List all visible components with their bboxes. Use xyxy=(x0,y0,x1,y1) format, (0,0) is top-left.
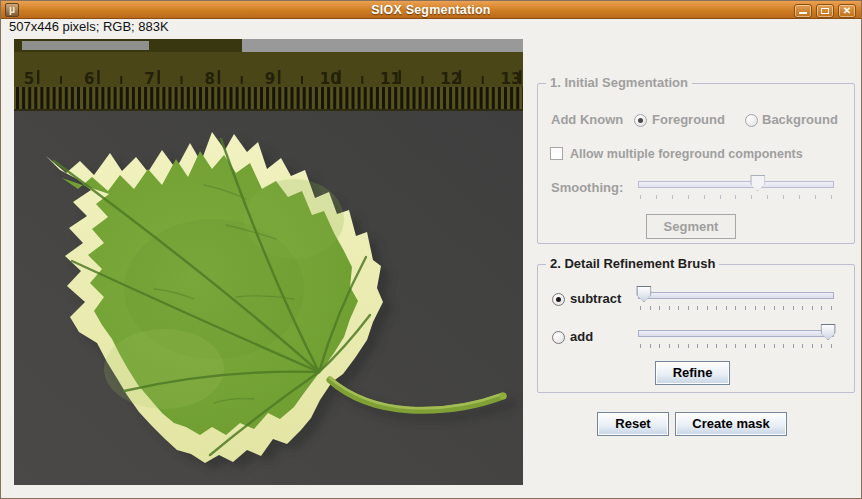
smoothing-slider-track xyxy=(638,181,834,188)
subtract-slider-track xyxy=(638,292,834,299)
smoothing-label: Smoothing: xyxy=(551,181,623,195)
add-radio-label: add xyxy=(570,330,593,344)
group1-title: 1. Initial Segmentation xyxy=(546,75,692,90)
background-radio-label: Background xyxy=(762,113,838,127)
photo-top-strip xyxy=(14,39,523,52)
initial-segmentation-group: 1. Initial Segmentation Add Known Foregr… xyxy=(537,83,855,244)
multiple-foreground-label: Allow multiple foreground components xyxy=(570,147,803,161)
smoothing-slider-ticks xyxy=(640,195,832,200)
foreground-radio[interactable] xyxy=(634,114,647,127)
minimize-icon xyxy=(799,12,807,14)
status-text: 507x446 pixels; RGB; 883K xyxy=(9,19,169,35)
svg-text:13: 13 xyxy=(501,70,522,88)
group2-title: 2. Detail Refinement Brush xyxy=(546,256,719,271)
reset-button[interactable]: Reset xyxy=(597,412,669,436)
subtract-radio-label: subtract xyxy=(570,292,621,306)
multiple-foreground-checkbox[interactable] xyxy=(550,147,563,160)
subtract-radio[interactable] xyxy=(552,293,565,306)
add-known-label: Add Known xyxy=(551,113,623,127)
svg-text:5: 5 xyxy=(24,70,34,88)
svg-text:8: 8 xyxy=(205,70,215,88)
close-button[interactable]: ✕ xyxy=(838,4,856,18)
svg-text:6: 6 xyxy=(84,70,94,88)
segment-button[interactable]: Segment xyxy=(646,214,736,239)
close-icon: ✕ xyxy=(839,5,855,17)
subtract-slider-thumb[interactable] xyxy=(636,286,651,302)
leaf-photo: 5678910111213 xyxy=(14,39,523,485)
add-radio[interactable] xyxy=(552,331,565,344)
subtract-slider-ticks xyxy=(640,306,832,311)
titlebar: μ SIOX Segmentation ✕ xyxy=(1,1,861,19)
svg-text:11: 11 xyxy=(380,70,401,88)
subtract-slider[interactable] xyxy=(638,286,834,314)
maximize-icon xyxy=(821,8,829,14)
add-slider-ticks xyxy=(640,344,832,349)
minimize-button[interactable] xyxy=(794,4,812,18)
add-slider-track xyxy=(638,330,834,337)
ruler: 5678910111213 xyxy=(14,52,523,111)
image-canvas[interactable]: 5678910111213 xyxy=(14,39,523,485)
window-title: SIOX Segmentation xyxy=(1,3,861,17)
svg-text:9: 9 xyxy=(265,70,275,88)
foreground-radio-label: Foreground xyxy=(652,113,725,127)
svg-text:10: 10 xyxy=(320,70,341,88)
siox-segmentation-window: μ SIOX Segmentation ✕ 507x446 pixels; RG… xyxy=(0,0,862,499)
background-radio[interactable] xyxy=(745,114,758,127)
add-slider-thumb[interactable] xyxy=(821,324,836,340)
svg-text:7: 7 xyxy=(144,70,154,88)
smoothing-slider[interactable] xyxy=(638,175,834,203)
add-slider[interactable] xyxy=(638,324,834,352)
refine-button[interactable]: Refine xyxy=(655,361,730,385)
smoothing-slider-thumb[interactable] xyxy=(750,175,765,191)
detail-refinement-group: 2. Detail Refinement Brush subtract add … xyxy=(537,264,855,393)
svg-text:12: 12 xyxy=(440,70,461,88)
create-mask-button[interactable]: Create mask xyxy=(675,412,787,436)
maximize-button[interactable] xyxy=(816,4,834,18)
